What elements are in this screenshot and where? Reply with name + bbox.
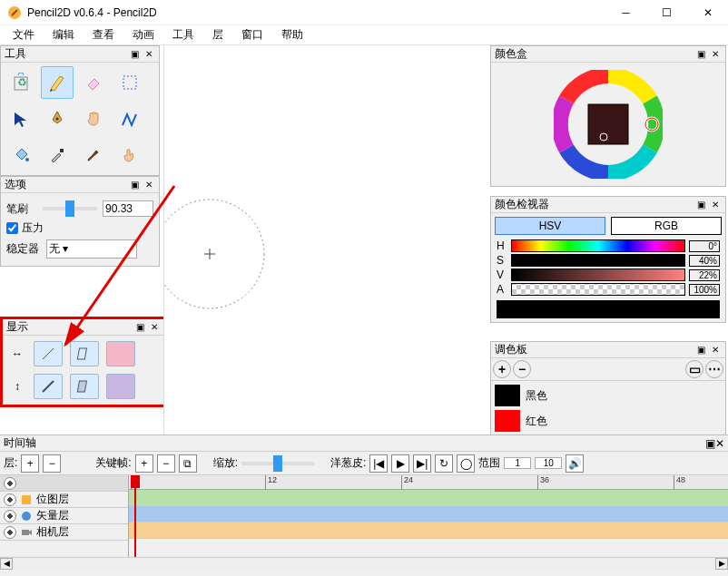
palette-menu-icon[interactable]: ⋯ <box>705 360 723 378</box>
close-icon[interactable]: ✕ <box>709 48 722 61</box>
range-end-input[interactable] <box>535 457 562 469</box>
float-icon[interactable]: ▣ <box>705 437 715 450</box>
tool-bucket[interactable] <box>5 139 37 171</box>
float-icon[interactable]: ▣ <box>694 199 707 211</box>
remove-layer-button[interactable]: − <box>43 454 61 473</box>
close-icon[interactable]: ✕ <box>148 321 161 334</box>
options-title: 选项 <box>5 177 126 192</box>
speaker-button[interactable]: 🔊 <box>566 454 584 473</box>
swatch-icon <box>495 385 520 406</box>
palette-view-icon[interactable]: ▭ <box>685 360 703 378</box>
color-wheel[interactable] <box>554 70 663 179</box>
val-value[interactable]: 22% <box>689 269 720 281</box>
brush-size-input[interactable] <box>103 200 153 217</box>
pressure-checkbox[interactable] <box>6 222 18 234</box>
float-icon[interactable]: ▣ <box>128 179 141 191</box>
eye-icon[interactable] <box>4 493 16 506</box>
scroll-right-button[interactable]: ▶ <box>715 558 728 570</box>
val-slider[interactable] <box>511 268 685 281</box>
palette-item[interactable]: 黑色 <box>493 383 723 408</box>
eye-icon[interactable] <box>4 526 16 539</box>
timeline-tracks[interactable]: 1 12 24 36 48 <box>129 475 728 557</box>
track-vector[interactable] <box>129 506 728 522</box>
menu-window[interactable]: 窗口 <box>234 25 271 44</box>
tab-hsv[interactable]: HSV <box>495 217 605 235</box>
close-icon[interactable]: ✕ <box>143 48 155 61</box>
remove-keyframe-button[interactable]: − <box>157 454 175 473</box>
tool-polyline[interactable] <box>113 103 146 135</box>
pressure-label: 压力 <box>22 220 44 236</box>
float-icon[interactable]: ▣ <box>133 321 146 334</box>
onion-next-button[interactable] <box>106 374 135 399</box>
brush-size-slider[interactable] <box>43 207 97 210</box>
tool-pencil[interactable] <box>41 66 74 99</box>
menu-animation[interactable]: 动画 <box>125 25 162 44</box>
close-icon[interactable]: ✕ <box>709 199 722 211</box>
layer-row[interactable]: 矢量层 <box>0 508 128 524</box>
play-button[interactable]: ▶ <box>391 454 409 473</box>
menu-file[interactable]: 文件 <box>5 25 42 44</box>
eye-icon[interactable] <box>4 510 16 522</box>
play-start-button[interactable]: |◀ <box>369 454 388 473</box>
tool-clear[interactable]: ♻ <box>5 66 37 99</box>
layer-row[interactable]: 相机层 <box>0 524 128 541</box>
thin-lines-button[interactable] <box>34 341 63 366</box>
scroll-left-button[interactable]: ◀ <box>0 558 13 570</box>
sound-button[interactable]: ◯ <box>457 454 475 473</box>
alpha-slider[interactable] <box>511 283 685 296</box>
timeline-zoom-slider[interactable] <box>241 462 314 465</box>
sat-value[interactable]: 40% <box>689 255 720 267</box>
minimize-button[interactable]: ─ <box>605 0 646 25</box>
track-camera[interactable] <box>129 522 728 539</box>
menu-help[interactable]: 帮助 <box>274 25 310 44</box>
tool-eyedropper[interactable] <box>41 139 74 171</box>
play-end-button[interactable]: ▶| <box>413 454 431 473</box>
current-color-swatch <box>497 300 720 318</box>
zoom-label: 缩放: <box>213 455 238 471</box>
eye-icon[interactable] <box>4 477 16 490</box>
menu-layer[interactable]: 层 <box>205 25 231 44</box>
tool-eraser[interactable] <box>77 66 110 99</box>
outlines-2-button[interactable] <box>70 374 99 399</box>
tool-hand[interactable] <box>77 103 110 135</box>
tool-move[interactable] <box>5 103 37 135</box>
alpha-value[interactable]: 100% <box>689 284 720 296</box>
maximize-button[interactable]: ☐ <box>646 0 687 25</box>
thin-lines-2-button[interactable] <box>34 374 63 399</box>
float-icon[interactable]: ▣ <box>128 48 141 61</box>
display-title: 显示 <box>6 319 132 335</box>
track-bitmap[interactable] <box>129 490 728 506</box>
menu-edit[interactable]: 编辑 <box>45 25 82 44</box>
range-start-input[interactable] <box>504 457 531 469</box>
close-icon[interactable]: ✕ <box>143 179 155 191</box>
menu-view[interactable]: 查看 <box>85 25 122 44</box>
hue-value[interactable]: 0° <box>689 240 720 252</box>
tool-smudge[interactable] <box>113 139 146 171</box>
float-icon[interactable]: ▣ <box>694 344 707 356</box>
close-icon[interactable]: ✕ <box>715 437 724 450</box>
loop-button[interactable]: ↻ <box>435 454 453 473</box>
tool-brush[interactable] <box>77 139 110 171</box>
layer-header[interactable] <box>0 475 128 492</box>
duplicate-keyframe-button[interactable]: ⧉ <box>179 454 197 473</box>
tab-rgb[interactable]: RGB <box>611 217 722 235</box>
onion-prev-button[interactable] <box>106 341 135 366</box>
tool-pen[interactable] <box>41 103 74 135</box>
tool-select[interactable] <box>113 66 146 99</box>
playhead[interactable] <box>131 475 140 557</box>
outlines-button[interactable] <box>70 341 99 366</box>
layer-row[interactable]: 位图层 <box>0 492 128 508</box>
hue-slider[interactable] <box>511 239 685 252</box>
canvas-area[interactable] <box>163 45 490 435</box>
palette-item[interactable]: 红色 <box>493 408 723 434</box>
sat-slider[interactable] <box>511 254 685 267</box>
float-icon[interactable]: ▣ <box>694 48 707 61</box>
close-icon[interactable]: ✕ <box>709 344 722 356</box>
remove-color-button[interactable]: − <box>513 360 531 378</box>
add-layer-button[interactable]: + <box>21 454 39 473</box>
add-keyframe-button[interactable]: + <box>135 454 153 473</box>
add-color-button[interactable]: + <box>493 360 511 378</box>
menu-tools[interactable]: 工具 <box>165 25 202 44</box>
close-button[interactable]: ✕ <box>687 0 728 25</box>
stabilizer-select[interactable]: 无 ▾ <box>46 239 137 259</box>
